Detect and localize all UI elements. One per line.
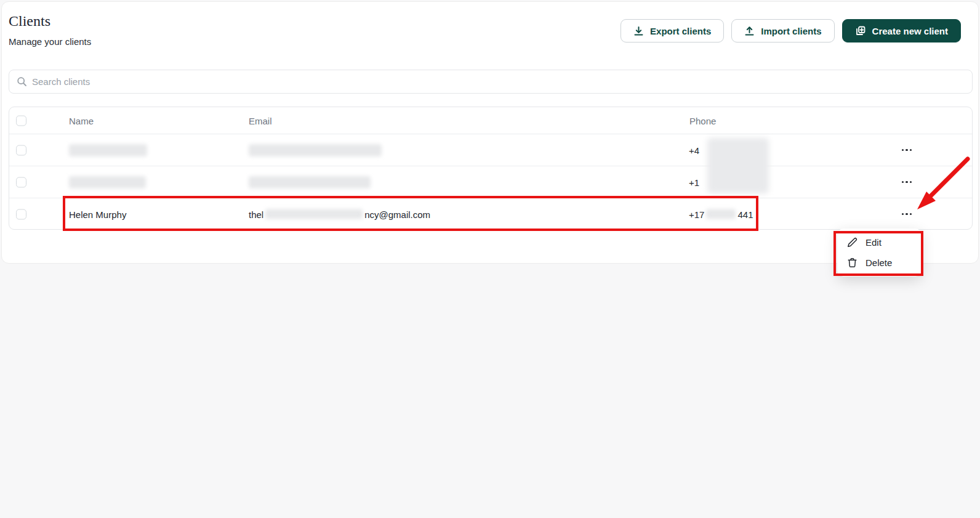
column-header-phone: Phone bbox=[689, 115, 716, 126]
redacted-email bbox=[249, 144, 382, 156]
menu-item-delete-label: Delete bbox=[866, 257, 892, 268]
search-bar bbox=[9, 70, 973, 94]
ellipsis-icon bbox=[902, 149, 904, 152]
phone-suffix: 441 bbox=[737, 209, 753, 219]
create-new-client-button[interactable]: Create new client bbox=[842, 19, 961, 42]
client-email: thel ncy@gmail.com bbox=[249, 209, 430, 219]
row-checkbox[interactable] bbox=[16, 177, 26, 187]
trash-icon bbox=[847, 257, 857, 268]
email-suffix: ncy@gmail.com bbox=[364, 209, 430, 219]
pencil-icon bbox=[847, 237, 857, 248]
menu-item-delete[interactable]: Delete bbox=[837, 253, 922, 273]
column-header-email: Email bbox=[249, 115, 272, 126]
ellipsis-icon bbox=[902, 213, 904, 216]
page-subtitle: Manage your clients bbox=[9, 36, 91, 47]
clients-card: Clients Manage your clients Export clien… bbox=[1, 1, 979, 264]
row-actions-button[interactable] bbox=[900, 144, 914, 156]
column-header-name: Name bbox=[69, 115, 94, 126]
import-clients-button[interactable]: Import clients bbox=[731, 19, 834, 42]
clients-table: Name Email Phone +4 +1 bbox=[9, 107, 973, 230]
create-new-client-label: Create new client bbox=[872, 26, 948, 36]
table-row-helen-murphy: Helen Murphy thel ncy@gmail.com +17 441 bbox=[9, 198, 972, 230]
add-client-icon bbox=[855, 25, 866, 36]
table-header-row: Name Email Phone bbox=[9, 107, 972, 134]
row-actions-button[interactable] bbox=[900, 176, 914, 188]
client-name: Helen Murphy bbox=[69, 209, 126, 219]
table-row: +1 bbox=[9, 166, 972, 198]
download-icon bbox=[633, 26, 644, 36]
redacted-email-part bbox=[265, 209, 363, 219]
export-clients-label: Export clients bbox=[650, 26, 711, 36]
context-menu: Edit Delete bbox=[837, 229, 922, 277]
row-checkbox[interactable] bbox=[16, 145, 26, 155]
upload-icon bbox=[744, 26, 755, 36]
redacted-email bbox=[249, 176, 371, 188]
phone-prefix: +1 bbox=[689, 177, 699, 187]
phone-prefix: +4 bbox=[689, 145, 699, 155]
page-title: Clients bbox=[9, 13, 50, 30]
redacted-phone-part bbox=[706, 209, 736, 219]
select-all-checkbox[interactable] bbox=[16, 115, 26, 126]
phone-prefix: +17 bbox=[689, 209, 704, 219]
export-clients-button[interactable]: Export clients bbox=[621, 19, 724, 42]
client-phone: +1 bbox=[689, 177, 699, 187]
row-checkbox[interactable] bbox=[16, 209, 26, 219]
search-icon bbox=[17, 76, 27, 87]
table-row: +4 bbox=[9, 134, 972, 166]
redacted-phone-block bbox=[707, 138, 769, 193]
redacted-name bbox=[69, 144, 147, 156]
ellipsis-icon bbox=[902, 181, 904, 184]
search-input[interactable] bbox=[32, 76, 965, 87]
import-clients-label: Import clients bbox=[761, 26, 821, 36]
client-phone: +4 bbox=[689, 145, 699, 155]
menu-item-edit[interactable]: Edit bbox=[837, 232, 922, 253]
email-prefix: thel bbox=[249, 209, 263, 219]
row-actions-button[interactable] bbox=[900, 208, 914, 221]
redacted-name bbox=[69, 176, 146, 188]
toolbar: Export clients Import clients Create new… bbox=[621, 19, 961, 42]
client-phone: +17 441 bbox=[689, 209, 753, 219]
menu-item-edit-label: Edit bbox=[866, 237, 882, 248]
